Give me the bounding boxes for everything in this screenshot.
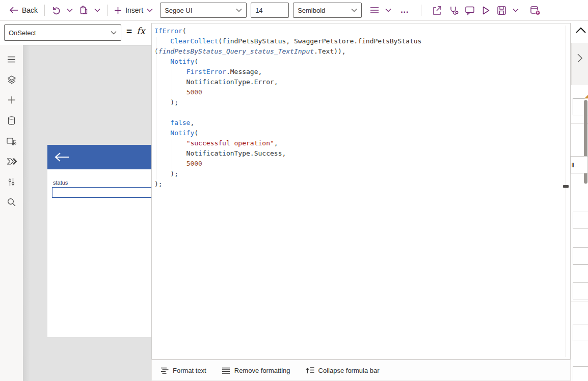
phone-screen[interactable]: status GET (47, 145, 159, 337)
back-label: Back (22, 6, 38, 14)
formula-scrollbar-track[interactable] (566, 26, 566, 357)
publish-button[interactable] (527, 2, 544, 18)
property-value: OnSelect (9, 29, 36, 37)
font-weight-value: Semibold (298, 7, 325, 14)
screen-back-arrow-icon[interactable] (54, 151, 70, 163)
right-panel-field-clipped[interactable] (573, 247, 588, 265)
insert-label: Insert (125, 6, 143, 14)
mini-ellipsis: ... (575, 162, 580, 167)
comments-button[interactable] (462, 2, 478, 18)
mini-color-bar (573, 163, 574, 167)
back-button[interactable]: Back (6, 2, 41, 18)
media-icon[interactable] (0, 131, 23, 151)
design-canvas[interactable]: status GET (23, 45, 151, 381)
equals-sign: = (126, 26, 132, 37)
font-weight-select[interactable]: Semibold (293, 3, 362, 18)
collapse-formula-bar-button[interactable]: Collapse formula bar (306, 367, 380, 374)
remove-formatting-label: Remove formatting (234, 367, 290, 374)
app-checker-button[interactable] (445, 2, 462, 18)
formula-code[interactable]: IfError( ClearCollect(findPetsByStatus, … (154, 26, 421, 189)
formula-scrollbar-thumb[interactable] (563, 185, 569, 188)
power-automate-icon[interactable] (0, 151, 23, 171)
indent-guide (156, 37, 156, 180)
right-panel-field-clipped[interactable] (573, 282, 588, 299)
font-family-select[interactable]: Segoe UI (160, 3, 247, 18)
right-panel-field-clipped[interactable] (573, 366, 588, 381)
status-text-input[interactable] (52, 187, 162, 198)
screen-header-rectangle[interactable] (47, 145, 159, 169)
indent-guide (172, 67, 172, 98)
right-panel-divider (571, 301, 588, 301)
top-toolbar: Back Insert Segoe UI 14 Semibold ... (0, 0, 588, 21)
status-field-label: status (53, 180, 68, 186)
overflow-label: ... (400, 6, 409, 15)
format-text-button[interactable]: Format text (160, 367, 206, 374)
left-navigation-rail (0, 45, 23, 381)
text-align-chevron[interactable] (382, 2, 394, 18)
paste-button[interactable] (76, 2, 91, 18)
font-size-input[interactable]: 14 (251, 3, 289, 18)
data-icon[interactable] (0, 110, 23, 131)
paste-dropdown-chevron[interactable] (91, 2, 103, 18)
insert-button[interactable]: Insert (111, 2, 156, 18)
font-family-value: Segoe UI (165, 7, 192, 14)
fx-icon: fx (137, 26, 145, 36)
format-text-label: Format text (173, 367, 206, 374)
indent-guide (172, 139, 172, 169)
formula-bar-collapse-chevron[interactable] (575, 27, 586, 36)
variables-icon[interactable] (0, 171, 23, 192)
save-button[interactable] (494, 2, 510, 18)
undo-button[interactable] (48, 2, 64, 18)
remove-formatting-button[interactable]: Remove formatting (222, 367, 290, 374)
right-pane-collapsed (571, 43, 588, 85)
search-icon[interactable] (0, 192, 23, 212)
divider (44, 5, 45, 16)
formula-footer-bar: Format text Remove formatting Collapse f… (151, 360, 571, 381)
font-size-value: 14 (255, 7, 262, 14)
warning-marker (584, 94, 588, 98)
insert-panel-icon[interactable] (0, 90, 23, 110)
menu-icon[interactable] (0, 49, 23, 69)
property-select[interactable]: OnSelect (4, 24, 121, 41)
formula-bar-panel: IfError( ClearCollect(findPetsByStatus, … (151, 23, 571, 360)
divider (107, 5, 108, 16)
mini-color-bar (572, 163, 573, 167)
tree-view-icon[interactable] (0, 69, 23, 90)
toolbar-overflow-button[interactable]: ... (397, 2, 412, 18)
preview-play-button[interactable] (478, 2, 494, 18)
collapse-formula-bar-label: Collapse formula bar (318, 367, 380, 374)
right-panel-field-clipped[interactable] (573, 212, 588, 229)
save-dropdown-chevron[interactable] (510, 2, 522, 18)
expand-right-pane-chevron[interactable] (577, 53, 583, 63)
undo-dropdown-chevron[interactable] (64, 2, 76, 18)
right-panel-item-clipped[interactable]: ... (570, 156, 588, 173)
text-align-button[interactable] (367, 2, 382, 18)
share-button[interactable] (429, 2, 445, 18)
divider (421, 5, 421, 16)
right-panel-field-clipped[interactable] (573, 324, 588, 341)
